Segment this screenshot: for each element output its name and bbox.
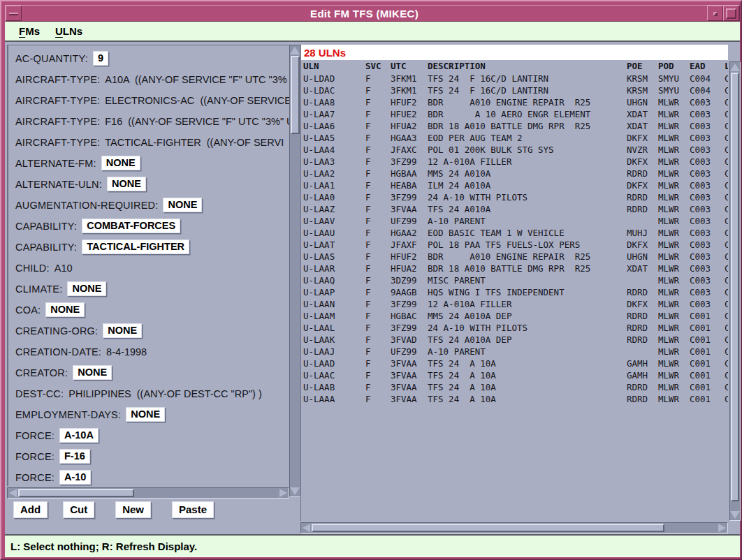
cell-uln: U-LAAK — [301, 334, 365, 346]
window-menu-dash-icon — [9, 13, 18, 15]
left-vertical-scrollbar-thumb[interactable] — [291, 56, 300, 134]
menubar: FMsULNs — [5, 22, 740, 42]
field-value-button[interactable]: NONE — [101, 156, 140, 170]
menu-item-ulns[interactable]: ULNs — [55, 25, 82, 37]
cell-description: BDR A010 ENGINE REPAIR R25 — [428, 96, 627, 108]
table-row[interactable]: U-LAA6FHFUA2BDR 18 A010 BATTLE DMG RPR R… — [301, 120, 728, 132]
table-row[interactable]: U-LAABF3FVAATFS 24 A 10ARDRDMLWRC001C — [301, 381, 728, 393]
scroll-right-arrow-icon[interactable] — [718, 524, 726, 532]
window-menu-button[interactable] — [6, 6, 22, 21]
uln-count-label: 28 ULNs — [304, 47, 346, 59]
table-row[interactable]: U-LAA3F3FZ9912 A-010A FILLERDKFXMLWRC003… — [301, 156, 728, 168]
scroll-left-arrow-icon[interactable] — [303, 524, 310, 532]
scroll-down-arrow-icon[interactable] — [290, 487, 300, 495]
table-row[interactable]: U-LAA1FHEABAILM 24 A010ADKFXMLWRC003C — [301, 179, 728, 191]
cell-ead: C003 — [690, 227, 720, 239]
field-row: FORCE:A-10A — [15, 428, 289, 443]
table-row[interactable]: U-LAAUFHGAA2EOD BASIC TEAM 1 W VEHICLEMU… — [301, 227, 728, 239]
scroll-up-arrow-icon[interactable] — [290, 47, 300, 54]
new-button[interactable]: New — [115, 501, 151, 518]
table-row[interactable]: U-LAAPF9AAGBHQS WING I TFS INDEPENDENTRD… — [301, 286, 728, 298]
table-row[interactable]: U-LAATFJFAXFPOL 18 PAA TFS FUELS-LOX PER… — [301, 239, 728, 251]
field-value-button[interactable]: NONE — [126, 407, 165, 422]
cell-utc: 3FVAA — [391, 203, 428, 215]
field-value-button[interactable]: TACTICAL-FIGHTER — [82, 240, 189, 254]
field-value-button[interactable]: A-10 — [59, 470, 91, 485]
field-value-button[interactable]: NONE — [107, 177, 146, 191]
table-row[interactable]: U-LDADF3FKM1TFS 24 F 16C/D LANTIRNKRSMSM… — [301, 73, 728, 84]
field-value-button[interactable]: 9 — [93, 51, 108, 66]
cell-pod: MLWR — [658, 132, 690, 144]
cell-ead: C003 — [690, 191, 720, 203]
cell-uln: U-LAAA — [301, 393, 365, 405]
table-row[interactable]: U-LAAMFHGBACMMS 24 A010A DEPRDRDMLWRC001… — [301, 310, 728, 322]
column-header-poe: POE — [627, 60, 658, 73]
cell-utc: 3FKM1 — [391, 84, 428, 96]
scroll-down-arrow-icon[interactable] — [730, 511, 740, 519]
cell-ead: C001 — [690, 369, 720, 381]
table-row[interactable]: U-LDACF3FKM1TFS 24 F 16C/D LANTIRNKRSMSM… — [301, 84, 728, 96]
table-row[interactable]: U-LAAZF3FVAATFS 24 A010ARDRDMLWRC003C — [301, 203, 728, 215]
field-label: AIRCRAFT-TYPE: — [15, 74, 100, 85]
field-value-button[interactable]: F-16 — [59, 449, 90, 464]
field-value-button[interactable]: COMBAT-FORCES — [82, 219, 180, 233]
table-row[interactable]: U-LAADF3FVAATFS 24 A 10AGAMHMLWRC001C — [301, 358, 728, 369]
add-button[interactable]: Add — [13, 501, 48, 518]
cell-utc: HGBAC — [391, 310, 428, 322]
cell-utc: 3FZ99 — [391, 322, 428, 334]
scroll-left-arrow-icon[interactable] — [9, 489, 17, 497]
cell-description: BDR A 10 AERO ENGR ELEMENT — [428, 108, 627, 120]
cell-pod: MLWR — [658, 369, 690, 381]
field-value-button[interactable]: NONE — [67, 281, 106, 296]
right-vertical-scrollbar-thumb[interactable] — [731, 73, 739, 501]
field-value-button[interactable]: A-10A — [59, 428, 99, 443]
cell-svc: F — [365, 310, 391, 322]
left-panel-vertical-scrollbar[interactable] — [289, 45, 301, 497]
field-value-button[interactable]: NONE — [73, 365, 112, 380]
field-value-button[interactable]: NONE — [103, 323, 142, 338]
cell-pod: MLWR — [658, 179, 690, 191]
cell-ead: C001 — [690, 393, 720, 405]
cell-svc: F — [365, 286, 391, 298]
cell-utc: UFZ99 — [391, 215, 428, 227]
table-row[interactable]: U-LAACF3FVAATFS 24 A 10AGAMHMLWRC001C — [301, 369, 728, 381]
table-row[interactable]: U-LAA5FHGAA3EOD PER AUG TEAM 2DKFXMLWRC0… — [301, 132, 728, 144]
cell-clipped: C — [720, 227, 728, 239]
table-row[interactable]: U-LAA7FHFUE2BDR A 10 AERO ENGR ELEMENTXD… — [301, 108, 728, 120]
table-row[interactable]: U-LAA2FHGBAAMMS 24 A010ARDRDMLWRC003C — [301, 168, 728, 179]
uln-table-horizontal-scrollbar[interactable] — [300, 522, 728, 533]
cell-svc: F — [365, 156, 391, 168]
field-value-button[interactable]: NONE — [163, 198, 202, 212]
uln-table-vertical-scrollbar[interactable] — [729, 61, 741, 521]
table-row[interactable]: U-LAAQF3DZ99MISC PARENTMLWRC003C — [301, 274, 728, 286]
cut-button[interactable]: Cut — [63, 501, 94, 518]
left-panel-horizontal-scrollbar[interactable] — [7, 487, 289, 499]
table-row[interactable]: U-LAALF3FZ9924 A-10 WITH PILOTSRDRDMLWRC… — [301, 322, 728, 334]
field-value-button[interactable]: NONE — [45, 302, 85, 317]
cell-description: TFS 24 A 10A — [428, 358, 627, 369]
cell-poe: DKFX — [627, 156, 658, 168]
table-row[interactable]: U-LAAKF3FVADTFS 24 A010A DEPRDRDMLWRC001… — [301, 334, 728, 346]
table-row[interactable]: U-LAANF3FZ9912 A-010A FILLERDKFXMLWRC003… — [301, 298, 728, 310]
cell-uln: U-LAAC — [301, 369, 365, 381]
menu-item-fms[interactable]: FMs — [19, 25, 40, 37]
table-row[interactable]: U-LAARFHFUA2BDR 18 A010 BATTLE DMG RPR R… — [301, 263, 728, 274]
cell-description: MMS 24 A010A — [428, 168, 627, 179]
maximize-button[interactable] — [723, 6, 739, 21]
scroll-right-arrow-icon[interactable] — [279, 489, 287, 497]
table-row[interactable]: U-LAASFHFUF2BDR A010 ENGINE REPAIR R25UH… — [301, 251, 728, 263]
table-row[interactable]: U-LAAAF3FVAATFS 24 A 10ARDRDMLWRC001C — [301, 393, 728, 405]
main-area: AC-QUANTITY:9AIRCRAFT-TYPE:A10A ((ANY-OF… — [5, 42, 740, 534]
cell-description: TFS 24 A010A — [428, 203, 627, 215]
left-horizontal-scrollbar-thumb[interactable] — [18, 489, 134, 497]
table-row[interactable]: U-LAA4FJFAXCPOL 01 200K BULK STG SYSNVZR… — [301, 144, 728, 156]
table-row[interactable]: U-LAAVFUFZ99A-10 PARENTMLWRC003C — [301, 215, 728, 227]
right-horizontal-scrollbar-thumb[interactable] — [312, 524, 664, 532]
table-row[interactable]: U-LAAJFUFZ99A-10 PARENTMLWRC001C — [301, 346, 728, 358]
field-label: CREATION-DATE: — [15, 346, 101, 358]
table-row[interactable]: U-LAA0F3FZ9924 A-10 WITH PILOTSRDRDMLWRC… — [301, 191, 728, 203]
minimize-button[interactable] — [707, 6, 723, 21]
paste-button[interactable]: Paste — [172, 501, 214, 518]
table-row[interactable]: U-LAA8FHFUF2BDR A010 ENGINE REPAIR R25UH… — [301, 96, 728, 108]
scroll-up-arrow-icon[interactable] — [730, 64, 740, 71]
